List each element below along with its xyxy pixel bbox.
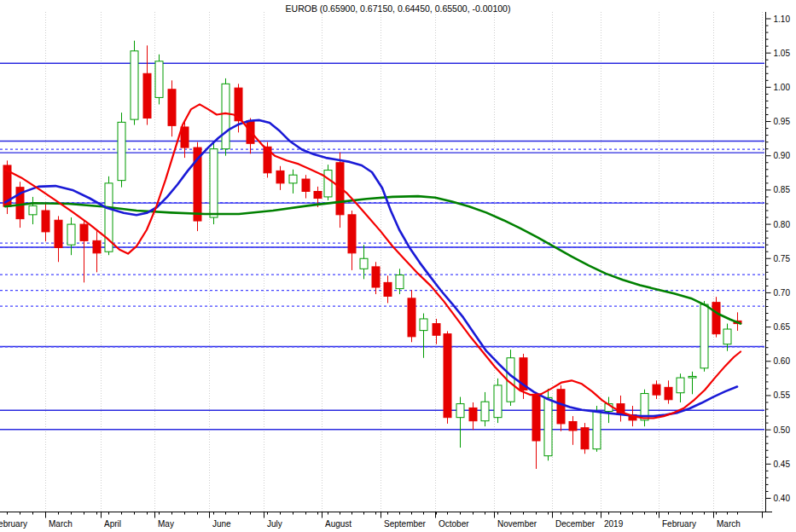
x-axis-month-label: September [384,519,427,529]
ma-slow-green-line [5,196,741,324]
candle-down [469,402,477,430]
candle-up [222,78,230,156]
candle-up [289,170,297,194]
candle-down [532,392,540,469]
candle-down [581,423,589,454]
candle-up [29,197,37,224]
candle-down [665,380,672,403]
candle-down [168,80,176,136]
candle-up [118,113,125,188]
candlesticks [3,41,741,469]
candle-down [42,202,49,241]
y-axis-label: 0.75 [774,254,791,263]
candle-up [641,390,648,426]
x-axis-month-label: February [662,519,696,529]
candle-up [324,165,332,200]
x-axis: FebruaryMarchAprilMayJuneJulyAugustSepte… [0,512,772,529]
y-axis-label: 0.65 [774,322,791,332]
x-axis-month-label: October [439,519,469,529]
candle-down [93,231,101,272]
candle-up [360,245,368,279]
x-axis-month-label: April [104,519,121,529]
vertical-gridlines [46,12,763,512]
x-axis-month-label: July [267,519,282,529]
candle-up [456,397,464,448]
x-axis-month-label: March [49,519,73,529]
candle-up [481,392,489,426]
x-axis-month-label: June [212,519,231,529]
candle-down [276,166,284,190]
candle-down [143,45,151,124]
candle-up [700,301,708,372]
candle-down [433,319,440,344]
y-axis-label: 0.45 [774,460,791,469]
y-axis: 1.101.051.000.950.900.850.800.750.700.65… [766,12,791,512]
candle-up [494,379,502,423]
candle-down [55,216,62,262]
y-axis-label: 0.55 [774,390,791,400]
candle-down [302,175,310,198]
y-axis-label: 0.60 [774,356,791,366]
x-axis-month-label: May [158,519,174,529]
candle-down [617,396,625,422]
candlestick-chart-canvas: 1.101.051.000.950.900.850.800.750.700.65… [0,0,796,532]
candle-down [557,385,565,431]
y-axis-label: 1.05 [774,49,791,58]
candle-down [712,297,720,337]
candle-down [569,416,577,445]
price-chart: 1.101.051.000.950.900.850.800.750.700.65… [0,0,796,532]
y-axis-label: 1.10 [774,14,791,24]
y-axis-label: 0.95 [774,117,791,126]
candle-up [210,142,218,224]
candle-down [444,331,451,423]
y-axis-label: 0.50 [774,425,791,435]
x-axis-month-label: November [497,519,537,529]
candle-down [372,262,380,294]
candle-down [348,211,356,270]
candle-up [420,314,427,358]
chart-title: EUROB (0.65900, 0.67150, 0.64450, 0.6550… [0,3,796,14]
y-axis-label: 0.80 [774,220,791,229]
candle-down [80,220,88,282]
y-axis-label: 0.90 [774,151,791,160]
ma-mid-blue-line [5,120,737,416]
candle-up [155,55,163,105]
y-axis-label: 0.85 [774,185,791,194]
candle-down [384,275,392,303]
ma-fast-red-line [5,104,741,418]
x-axis-month-label: December [555,519,596,529]
candle-up [131,41,138,125]
candle-up [67,217,75,255]
candle-down [408,290,415,342]
y-axis-label: 0.40 [774,494,791,503]
candle-up [689,372,696,395]
x-axis-month-label: August [325,519,352,529]
x-axis-month-label: 2019 [604,519,624,529]
support-resistance-dashed-lines [0,149,764,347]
y-axis-label: 1.00 [774,83,791,92]
candle-up [396,269,404,294]
x-axis-month-label: March [717,519,741,529]
y-axis-label: 0.70 [774,288,791,298]
candle-up [605,397,613,424]
candle-up [677,373,684,402]
x-axis-month-label: February [0,519,27,529]
